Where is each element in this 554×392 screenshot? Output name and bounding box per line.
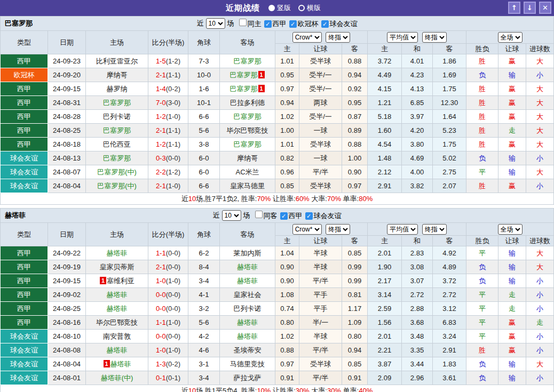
summary-label: 单率: <box>341 387 359 392</box>
move-up-button[interactable]: ↑ <box>508 2 520 14</box>
summary-row: 近10场,胜7平1负2, 胜率:70% 让胜率:60% 大率:70% 单率:80… <box>1 193 554 205</box>
filter-checkbox[interactable]: ✓ <box>280 212 288 220</box>
competition-type-cell: 欧冠杯 <box>1 68 48 82</box>
odds-home-cell: 1.02 <box>275 330 299 343</box>
subheader-handicap-result: 让球 <box>498 236 526 246</box>
recent-games-select[interactable]: 10 <box>206 18 225 29</box>
avg-away-cell: 2.75 <box>433 165 466 179</box>
move-down-button[interactable]: ↓ <box>524 2 536 14</box>
handicap-result-cell: 输 <box>498 151 526 165</box>
avg-away-cell: 2.72 <box>433 288 466 302</box>
result-cell: 负 <box>466 371 498 385</box>
odds-handicap-cell: 受半球 <box>299 179 342 193</box>
team-label: 巴塞罗那(中) <box>97 168 137 176</box>
halftime-score: (0-0) <box>166 332 180 340</box>
column-header-date: 日期 <box>48 31 86 54</box>
recent-games-select[interactable]: 10 <box>222 210 241 221</box>
odds-home-cell: 0.90 <box>275 260 299 274</box>
filter-checkbox[interactable]: ✓ <box>305 212 313 220</box>
summary-value: 30% <box>327 387 341 392</box>
result-cell: 胜 <box>466 343 498 357</box>
radio-horizontal-layout[interactable]: 横版 <box>298 3 321 13</box>
close-icon: ✕ <box>542 4 548 11</box>
subheader-avg-away: 客 <box>433 44 466 54</box>
home-team-cell: 赫塔菲 <box>86 302 148 316</box>
home-team-cell: 巴列卡诺 <box>86 110 148 124</box>
summary-value: 60% <box>296 195 310 203</box>
away-team-cell: 巴列卡诺 <box>220 302 275 316</box>
page-title: 近期战绩 <box>226 3 260 13</box>
score-cell: 0-1(0-1) <box>148 371 188 385</box>
radio-selected-icon[interactable] <box>268 5 275 11</box>
avg-home-cell: 4.15 <box>368 82 402 96</box>
goals-result-cell: 小 <box>526 371 554 385</box>
odds-home-cell: 0.94 <box>275 96 299 110</box>
team-label: 莱加内斯 <box>234 249 262 257</box>
filter-checkbox[interactable]: ✓ <box>289 20 297 28</box>
date-cell: 24-09-23 <box>48 54 86 68</box>
corner-cell: 5-6 <box>188 124 220 138</box>
corner-cell: 4-6 <box>188 343 220 357</box>
halftime-score: (1-0) <box>166 318 180 326</box>
team-label: 巴塞罗那 <box>234 140 262 148</box>
result-cell: 负 <box>466 68 498 82</box>
goals-result-cell: 小 <box>526 330 554 343</box>
odds-home-cell: 0.96 <box>275 165 299 179</box>
competition-type-cell: 球会友谊 <box>1 343 48 357</box>
odds-home-cell: 1.01 <box>275 138 299 151</box>
radio-unselected-icon[interactable] <box>298 5 305 11</box>
radio-vertical-layout[interactable]: 竖版 <box>268 3 291 13</box>
odds-home-cell: 0.80 <box>275 316 299 330</box>
team-label: 毕尔巴鄂竞技 <box>227 126 268 134</box>
close-button[interactable]: ✕ <box>539 2 551 14</box>
goals-result-cell: 小 <box>526 343 554 357</box>
odds-company-select[interactable]: Crow* <box>292 32 322 43</box>
halftime-score: (1-0) <box>166 346 180 354</box>
home-team-cell: 摩纳哥 <box>86 68 148 82</box>
halftime-score: (1-1) <box>166 126 180 134</box>
avg-draw-cell: 2.88 <box>402 302 433 316</box>
avg-home-cell: 2.21 <box>368 343 402 357</box>
odds-away-cell: 0.99 <box>342 260 368 274</box>
avg-home-cell: 2.59 <box>368 302 402 316</box>
summary-label: 大率: <box>310 195 327 203</box>
odds-away-cell: 0.85 <box>342 357 368 371</box>
column-header-away: 客场 <box>220 223 275 246</box>
filter-checkbox[interactable] <box>255 211 263 218</box>
halftime-score: (0-2) <box>166 85 180 93</box>
average-select[interactable]: 平均值 <box>387 224 418 235</box>
subheader-avg-home: 主 <box>368 236 402 246</box>
scope-select[interactable]: 全场 <box>498 32 523 43</box>
team-label: 皇家社会 <box>234 291 262 299</box>
odds-final-select[interactable]: 终指 <box>326 224 350 235</box>
average-final-select[interactable]: 终指 <box>422 224 447 235</box>
odds-away-cell: 1.09 <box>342 316 368 330</box>
summary-label: 近 <box>181 387 188 392</box>
odds-final-select[interactable]: 终指 <box>326 32 350 43</box>
team-section-barcelona: 巴塞罗那 近 10 场 同主✓西甲✓欧冠杯✓球会友谊 类型 日期 主场 比分(半… <box>0 16 554 205</box>
odds-home-cell: 1.04 <box>275 246 299 260</box>
filter-checkbox[interactable]: ✓ <box>321 20 329 28</box>
fulltime-score: 1-2 <box>156 140 166 148</box>
red-card-badge: 1 <box>104 360 110 367</box>
fulltime-score: 0-0 <box>156 291 166 299</box>
summary-label: 大率: <box>310 387 327 392</box>
odds-away-cell: 0.90 <box>342 165 368 179</box>
summary-value: 70% <box>257 195 271 203</box>
filter-checkbox[interactable] <box>239 19 247 26</box>
handicap-result-cell: 输 <box>498 371 526 385</box>
avg-home-cell: 1.21 <box>368 96 402 110</box>
average-final-select[interactable]: 终指 <box>422 32 447 43</box>
halftime-score: (1-0) <box>166 182 180 190</box>
filter-checkbox[interactable]: ✓ <box>264 20 272 28</box>
away-team-cell: 赫塔菲 <box>220 316 275 330</box>
red-card-badge: 1 <box>258 71 265 78</box>
scope-select[interactable]: 全场 <box>498 224 523 235</box>
column-header-score: 比分(半场) <box>148 31 188 54</box>
odds-company-select[interactable]: Crow* <box>292 224 322 235</box>
subheader-goals-result: 进球数 <box>526 236 554 246</box>
halftime-score: (1-2) <box>166 57 180 65</box>
goals-result-cell: 小 <box>526 68 554 82</box>
team-name: 巴塞罗那 <box>5 19 33 28</box>
average-select[interactable]: 平均值 <box>387 32 418 43</box>
